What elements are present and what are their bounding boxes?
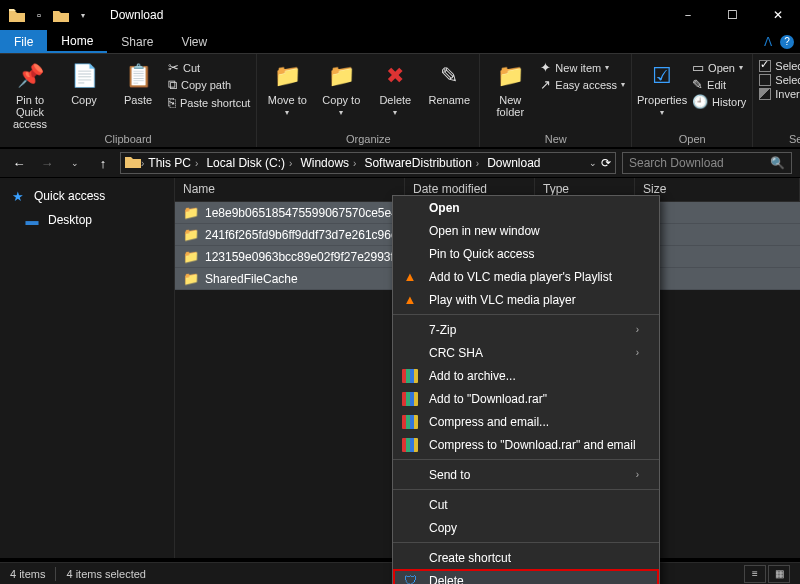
ctx-open[interactable]: Open [393, 196, 659, 219]
breadcrumb-seg-3[interactable]: SoftwareDistribution› [360, 156, 483, 170]
history-button[interactable]: 🕘History [692, 94, 746, 109]
edit-button[interactable]: ✎Edit [692, 77, 746, 92]
ctx-open-new[interactable]: Open in new window [393, 219, 659, 242]
moveto-button[interactable]: 📁Move to▾ [263, 56, 311, 117]
folder-icon: 📁 [183, 205, 199, 220]
help-icon[interactable]: ? [780, 35, 794, 49]
col-name[interactable]: Name [175, 178, 405, 201]
invert-button[interactable]: Invert selection [759, 88, 800, 100]
newitem-button[interactable]: ✦New item ▾ [540, 60, 625, 75]
selectall-icon [759, 60, 771, 72]
ribbon-group-clipboard: 📌Pin to Quick access 📄Copy 📋Paste ✂Cut ⧉… [0, 54, 257, 147]
tab-home[interactable]: Home [47, 30, 107, 53]
new-group-label: New [486, 131, 625, 147]
ctx-7zip[interactable]: 7-Zip› [393, 318, 659, 341]
pasteshortcut-button[interactable]: ⎘Paste shortcut [168, 95, 250, 110]
vlc-icon: ▲ [401, 268, 419, 286]
search-box[interactable]: Search Download 🔍 [622, 152, 792, 174]
properties-button[interactable]: ☑Properties▾ [638, 56, 686, 117]
vlc-icon: ▲ [401, 291, 419, 309]
maximize-button[interactable]: ☐ [710, 0, 755, 30]
paste-label: Paste [124, 94, 152, 106]
address-dropdown-icon[interactable]: ⌄ [589, 158, 597, 168]
easyaccess-icon: ↗ [540, 77, 551, 92]
copyto-button[interactable]: 📁Copy to▾ [317, 56, 365, 117]
qat-save-icon[interactable]: ▫ [28, 4, 50, 26]
newitem-icon: ✦ [540, 60, 551, 75]
breadcrumb-seg-4[interactable]: Download [483, 156, 544, 170]
copy-button[interactable]: 📄Copy [60, 56, 108, 106]
copypath-button[interactable]: ⧉Copy path [168, 77, 250, 93]
star-icon: ★ [10, 188, 26, 204]
cut-icon: ✂ [168, 60, 179, 75]
sidebar-desktop[interactable]: ▬Desktop [0, 208, 174, 232]
back-button[interactable]: ← [8, 152, 30, 174]
close-button[interactable]: ✕ [755, 0, 800, 30]
tab-share[interactable]: Share [107, 30, 167, 53]
ctx-add-archive[interactable]: Add to archive... [393, 364, 659, 387]
ctx-delete[interactable]: 🛡Delete [393, 569, 659, 584]
recent-button[interactable]: ⌄ [64, 152, 86, 174]
minimize-button[interactable]: － [665, 0, 710, 30]
qat-props-icon[interactable] [50, 4, 72, 26]
breadcrumb-seg-0[interactable]: This PC› [144, 156, 202, 170]
ctx-sendto[interactable]: Send to› [393, 463, 659, 486]
ctx-separator [393, 489, 659, 490]
refresh-icon[interactable]: ⟳ [601, 156, 611, 170]
pin-label: Pin to Quick access [6, 94, 54, 130]
qat-dropdown-icon[interactable]: ▾ [72, 4, 94, 26]
shortcut-icon: ⎘ [168, 95, 176, 110]
rename-button[interactable]: ✎Rename [425, 56, 473, 106]
title-bar: ▫ ▾ Download － ☐ ✕ [0, 0, 800, 30]
status-selected: 4 items selected [66, 568, 145, 580]
open-icon: ▭ [692, 60, 704, 75]
tab-view[interactable]: View [167, 30, 221, 53]
sidebar-quick-access[interactable]: ★Quick access [0, 184, 174, 208]
archive-icon [401, 436, 419, 454]
selectnone-button[interactable]: Select none [759, 74, 800, 86]
tab-file[interactable]: File [0, 30, 47, 53]
paste-button[interactable]: 📋Paste [114, 56, 162, 106]
view-thumbs-button[interactable]: ▦ [768, 565, 790, 583]
breadcrumb-seg-2[interactable]: Windows› [296, 156, 360, 170]
ctx-shortcut[interactable]: Create shortcut [393, 546, 659, 569]
ctx-compress-email[interactable]: Compress and email... [393, 410, 659, 433]
ctx-pin-quick[interactable]: Pin to Quick access [393, 242, 659, 265]
archive-icon [401, 413, 419, 431]
delete-button[interactable]: ✖Delete▾ [371, 56, 419, 117]
copypath-icon: ⧉ [168, 77, 177, 93]
breadcrumb-folder-icon [125, 155, 141, 171]
newfolder-button[interactable]: 📁New folder [486, 56, 534, 118]
status-items: 4 items [10, 568, 45, 580]
ctx-compress-rar-email[interactable]: Compress to "Download.rar" and email [393, 433, 659, 456]
desktop-icon: ▬ [24, 212, 40, 228]
breadcrumb-seg-1[interactable]: Local Disk (C:)› [202, 156, 296, 170]
breadcrumb[interactable]: › This PC› Local Disk (C:)› Windows› Sof… [120, 152, 616, 174]
copy-label: Copy [71, 94, 97, 106]
ctx-vlc-play[interactable]: ▲Play with VLC media player [393, 288, 659, 311]
ctx-crcsha[interactable]: CRC SHA› [393, 341, 659, 364]
ctx-vlc-playlist[interactable]: ▲Add to VLC media player's Playlist [393, 265, 659, 288]
cut-button[interactable]: ✂Cut [168, 60, 250, 75]
window-controls: － ☐ ✕ [665, 0, 800, 30]
forward-button[interactable]: → [36, 152, 58, 174]
address-bar: ← → ⌄ ↑ › This PC› Local Disk (C:)› Wind… [0, 148, 800, 178]
archive-icon [401, 367, 419, 385]
ctx-copy[interactable]: Copy [393, 516, 659, 539]
ctx-add-rar[interactable]: Add to "Download.rar" [393, 387, 659, 410]
easyaccess-button[interactable]: ↗Easy access ▾ [540, 77, 625, 92]
folder-icon: 📁 [183, 271, 199, 286]
qat: ▫ ▾ [0, 4, 94, 26]
selectall-button[interactable]: Select all [759, 60, 800, 72]
ctx-separator [393, 314, 659, 315]
up-button[interactable]: ↑ [92, 152, 114, 174]
new-list: ✦New item ▾ ↗Easy access ▾ [540, 56, 625, 92]
view-details-button[interactable]: ≡ [744, 565, 766, 583]
context-menu: Open Open in new window Pin to Quick acc… [392, 195, 660, 584]
collapse-ribbon-icon[interactable]: ᐱ [764, 35, 772, 49]
open-button[interactable]: ▭Open ▾ [692, 60, 746, 75]
ribbon-group-open: ☑Properties▾ ▭Open ▾ ✎Edit 🕘History Open [632, 54, 753, 147]
ctx-cut[interactable]: Cut [393, 493, 659, 516]
folder-icon [6, 4, 28, 26]
pin-quick-access-button[interactable]: 📌Pin to Quick access [6, 56, 54, 130]
